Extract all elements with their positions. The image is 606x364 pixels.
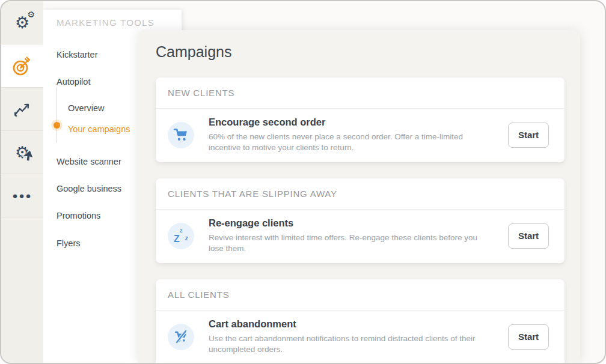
sidebar-item-your-campaigns[interactable]: Your campaigns bbox=[68, 124, 130, 134]
sidebar-title: MARKETING TOOLS bbox=[57, 17, 155, 28]
campaign-description: Revive interest with limited time offers… bbox=[209, 232, 492, 254]
analytics-chart-icon bbox=[13, 100, 32, 118]
campaigns-panel: Campaigns NEW CLIENTS Encourage second o… bbox=[138, 30, 580, 363]
sidebar-item-promotions[interactable]: Promotions bbox=[57, 211, 100, 220]
submenu-guide-line bbox=[56, 87, 57, 143]
section-new-clients: NEW CLIENTS Encourage second order 60% o… bbox=[156, 77, 565, 162]
page-title: Campaigns bbox=[156, 43, 231, 61]
app-window: ⚙⚙ ⚙ bbox=[0, 0, 606, 364]
rail-item-settings[interactable]: ⚙⚙ bbox=[1, 1, 43, 44]
campaign-description: Use the cart abandonment notifications t… bbox=[209, 333, 492, 355]
automation-gear-cursor-icon: ⚙ bbox=[15, 144, 29, 160]
section-header: ALL CLIENTS bbox=[156, 279, 565, 311]
campaign-title: Encourage second order bbox=[209, 117, 508, 128]
section-header: CLIENTS THAT ARE SLIPPING AWAY bbox=[156, 178, 565, 210]
sidebar-item-flyers[interactable]: Flyers bbox=[57, 238, 80, 248]
rail-item-more[interactable]: ●●● bbox=[1, 174, 43, 217]
sleep-zzz-icon: Zzz bbox=[173, 228, 189, 244]
rail-item-analytics[interactable] bbox=[1, 88, 43, 131]
campaign-title: Re-engage clients bbox=[209, 217, 508, 229]
sidebar-item-google-business[interactable]: Google business bbox=[57, 184, 121, 193]
icon-rail: ⚙⚙ ⚙ bbox=[1, 1, 43, 363]
start-button[interactable]: Start bbox=[508, 123, 549, 148]
cart-icon bbox=[173, 127, 189, 143]
active-item-dot bbox=[54, 122, 60, 129]
campaign-card: Zzz Re-engage clients Revive interest wi… bbox=[156, 210, 565, 263]
sidebar-item-autopilot[interactable]: Autopilot bbox=[57, 77, 90, 86]
marketing-target-icon bbox=[11, 55, 33, 77]
section-all-clients: ALL CLIENTS Cart aband bbox=[156, 279, 565, 363]
rail-item-marketing[interactable] bbox=[1, 44, 43, 88]
sidebar-item-kickstarter[interactable]: Kickstarter bbox=[57, 50, 98, 59]
section-slipping-away: CLIENTS THAT ARE SLIPPING AWAY Zzz Re-en… bbox=[156, 178, 565, 263]
sidebar-item-website-scanner[interactable]: Website scanner bbox=[57, 157, 121, 166]
section-header: NEW CLIENTS bbox=[156, 77, 565, 109]
more-ellipsis-icon: ●●● bbox=[12, 190, 32, 201]
sidebar-item-overview[interactable]: Overview bbox=[68, 103, 104, 113]
campaign-card: Cart abandonment Use the cart abandonmen… bbox=[156, 311, 565, 363]
start-button[interactable]: Start bbox=[508, 324, 549, 350]
rail-item-automation[interactable]: ⚙ bbox=[1, 131, 43, 174]
settings-gears-icon: ⚙⚙ bbox=[15, 14, 29, 31]
campaign-title: Cart abandonment bbox=[209, 318, 508, 330]
cart-abandonment-icon bbox=[174, 330, 189, 344]
campaign-card: Encourage second order 60% of the new cl… bbox=[156, 109, 565, 162]
start-button[interactable]: Start bbox=[508, 223, 549, 249]
campaign-description: 60% of the new clients never place a sec… bbox=[209, 132, 492, 153]
